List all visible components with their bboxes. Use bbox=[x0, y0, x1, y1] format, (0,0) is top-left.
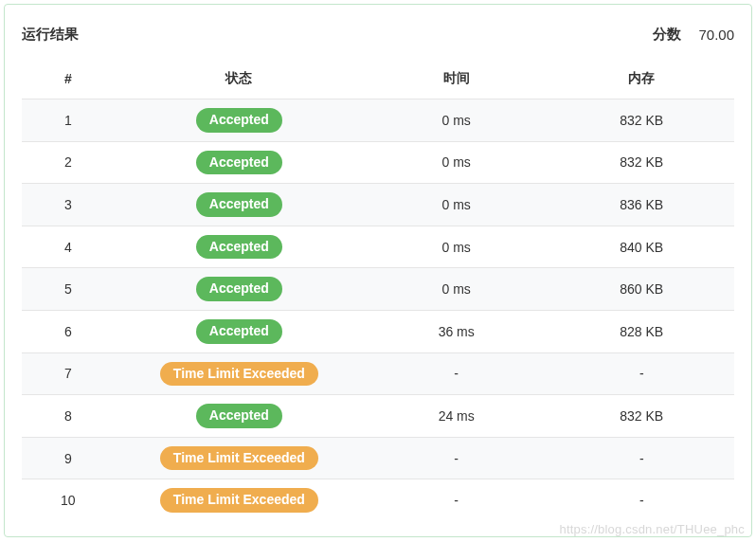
table-row: 9Time Limit Exceeded-- bbox=[22, 437, 734, 479]
cell-memory: 832 KB bbox=[549, 99, 734, 142]
table-row: 3Accepted0 ms836 KB bbox=[22, 184, 734, 226]
score-label: 分数 bbox=[653, 26, 681, 44]
status-badge[interactable]: Time Limit Exceeded bbox=[160, 446, 318, 471]
cell-time: 36 ms bbox=[364, 310, 549, 352]
table-row: 10Time Limit Exceeded-- bbox=[22, 479, 734, 521]
cell-num: 1 bbox=[22, 99, 115, 142]
cell-status: Accepted bbox=[115, 99, 364, 142]
cell-num: 7 bbox=[22, 352, 115, 395]
cell-num: 10 bbox=[22, 479, 115, 521]
cell-status: Accepted bbox=[115, 268, 364, 311]
col-header-status: 状态 bbox=[115, 61, 364, 99]
cell-num: 6 bbox=[22, 310, 115, 352]
cell-status: Accepted bbox=[115, 395, 364, 438]
table-row: 7Time Limit Exceeded-- bbox=[22, 352, 734, 395]
cell-time: 0 ms bbox=[364, 141, 549, 184]
status-badge[interactable]: Time Limit Exceeded bbox=[160, 488, 318, 513]
score-wrap: 分数 70.00 bbox=[653, 26, 734, 44]
cell-memory: - bbox=[549, 352, 734, 395]
col-header-num: # bbox=[22, 61, 115, 99]
cell-memory: 860 KB bbox=[549, 268, 734, 311]
cell-memory: - bbox=[549, 479, 734, 521]
cell-num: 4 bbox=[22, 226, 115, 268]
cell-status: Accepted bbox=[115, 141, 364, 184]
col-header-time: 时间 bbox=[364, 61, 549, 99]
cell-num: 5 bbox=[22, 268, 115, 311]
page-title: 运行结果 bbox=[22, 26, 79, 44]
status-badge[interactable]: Time Limit Exceeded bbox=[160, 362, 318, 387]
cell-memory: 840 KB bbox=[549, 226, 734, 268]
results-table: # 状态 时间 内存 1Accepted0 ms832 KB2Accepted0… bbox=[22, 61, 734, 521]
table-body: 1Accepted0 ms832 KB2Accepted0 ms832 KB3A… bbox=[22, 99, 734, 521]
result-card: 运行结果 分数 70.00 # 状态 时间 内存 1Accepted0 ms83… bbox=[4, 4, 752, 537]
status-badge[interactable]: Accepted bbox=[196, 192, 282, 217]
cell-time: - bbox=[364, 352, 549, 395]
cell-time: 24 ms bbox=[364, 395, 549, 438]
status-badge[interactable]: Accepted bbox=[196, 404, 282, 428]
table-header-row: # 状态 时间 内存 bbox=[22, 61, 734, 99]
cell-memory: 828 KB bbox=[549, 310, 734, 352]
cell-time: 0 ms bbox=[364, 268, 549, 311]
status-badge[interactable]: Accepted bbox=[196, 319, 282, 344]
cell-status: Time Limit Exceeded bbox=[115, 437, 364, 479]
status-badge[interactable]: Accepted bbox=[196, 235, 282, 260]
score-value: 70.00 bbox=[698, 27, 734, 43]
cell-status: Accepted bbox=[115, 226, 364, 268]
cell-num: 2 bbox=[22, 141, 115, 184]
table-row: 6Accepted36 ms828 KB bbox=[22, 310, 734, 352]
cell-time: - bbox=[364, 437, 549, 479]
cell-status: Time Limit Exceeded bbox=[115, 479, 364, 521]
table-row: 8Accepted24 ms832 KB bbox=[22, 395, 734, 438]
cell-time: - bbox=[364, 479, 549, 521]
table-row: 1Accepted0 ms832 KB bbox=[22, 99, 734, 142]
cell-num: 3 bbox=[22, 184, 115, 226]
cell-memory: 832 KB bbox=[549, 141, 734, 184]
col-header-memory: 内存 bbox=[549, 61, 734, 99]
cell-time: 0 ms bbox=[364, 99, 549, 142]
status-badge[interactable]: Accepted bbox=[196, 151, 282, 175]
table-row: 5Accepted0 ms860 KB bbox=[22, 268, 734, 311]
cell-time: 0 ms bbox=[364, 226, 549, 268]
status-badge[interactable]: Accepted bbox=[196, 108, 282, 133]
watermark: https://blog.csdn.net/THUee_phc bbox=[559, 522, 745, 536]
status-badge[interactable]: Accepted bbox=[196, 277, 282, 301]
header-row: 运行结果 分数 70.00 bbox=[22, 26, 734, 44]
table-row: 4Accepted0 ms840 KB bbox=[22, 226, 734, 268]
cell-status: Accepted bbox=[115, 184, 364, 226]
cell-memory: 836 KB bbox=[549, 184, 734, 226]
cell-memory: - bbox=[549, 437, 734, 479]
cell-num: 9 bbox=[22, 437, 115, 479]
cell-time: 0 ms bbox=[364, 184, 549, 226]
cell-status: Accepted bbox=[115, 310, 364, 352]
cell-status: Time Limit Exceeded bbox=[115, 352, 364, 395]
cell-memory: 832 KB bbox=[549, 395, 734, 438]
table-row: 2Accepted0 ms832 KB bbox=[22, 141, 734, 184]
cell-num: 8 bbox=[22, 395, 115, 438]
